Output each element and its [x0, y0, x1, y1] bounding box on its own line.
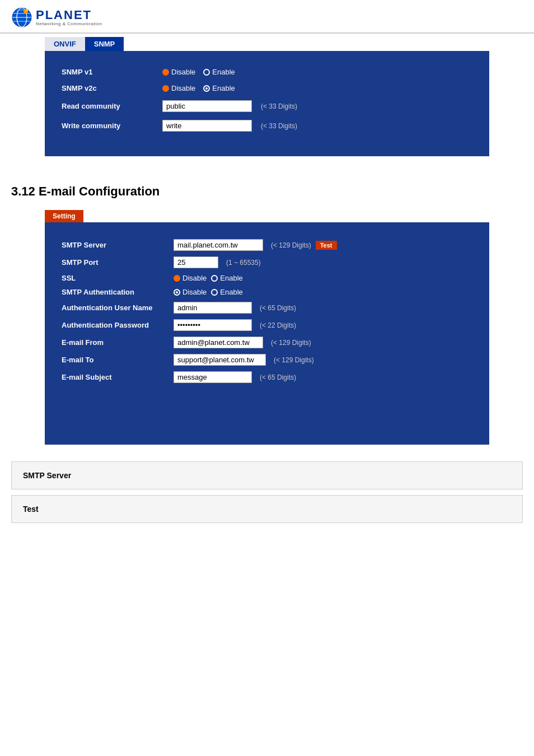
snmp-v2c-enable[interactable]: Enable [203, 84, 235, 92]
tabs-row: ONVIF SNMP [45, 37, 489, 51]
snmp-v2c-row: SNMP v2c Disable Enable [62, 84, 472, 92]
email-to-hint: (< 129 Digits) [274, 356, 314, 364]
email-subject-control: (< 65 Digits) [174, 371, 296, 383]
snmp-v2c-control: Disable Enable [162, 84, 235, 92]
smtp-auth-control: Disable Enable [174, 288, 243, 296]
email-from-control: (< 129 Digits) [174, 337, 311, 348]
email-subject-hint: (< 65 Digits) [260, 374, 296, 381]
smtp-server-info-panel: SMTP Server [11, 461, 523, 489]
email-panel-wrap: Setting SMTP Server (< 129 Digits) Test … [45, 210, 489, 445]
snmp-v1-disable[interactable]: Disable [162, 68, 195, 76]
logo-text: PLANET Networking & Communication [36, 8, 102, 27]
snmp-v1-label: SNMP v1 [62, 68, 162, 76]
smtp-port-input[interactable] [174, 256, 218, 268]
snmp-v2c-enable-dot [203, 85, 210, 92]
ssl-disable-dot [174, 275, 180, 282]
auth-password-input[interactable] [174, 319, 252, 331]
write-community-control: (< 33 Digits) [162, 120, 297, 132]
smtp-server-label: SMTP Server [62, 241, 174, 249]
smtp-server-control: (< 129 Digits) Test [174, 239, 337, 251]
auth-user-row: Authentication User Name (< 65 Digits) [62, 302, 472, 314]
auth-password-label: Authentication Password [62, 321, 174, 329]
auth-user-control: (< 65 Digits) [174, 302, 296, 314]
email-to-input[interactable] [174, 354, 266, 366]
email-from-hint: (< 129 Digits) [271, 339, 311, 347]
snmp-v1-row: SNMP v1 Disable Enable [62, 68, 472, 76]
ssl-row: SSL Disable Enable [62, 274, 472, 282]
email-subject-input[interactable] [174, 371, 252, 383]
smtp-auth-enable-dot [211, 289, 218, 296]
snmp-v2c-label: SNMP v2c [62, 84, 162, 92]
write-community-input[interactable] [162, 120, 252, 132]
email-from-label: E-mail From [62, 338, 174, 347]
company-name: PLANET [36, 8, 102, 22]
header: PLANET Networking & Communication [0, 0, 534, 34]
read-community-label: Read community [62, 102, 162, 110]
auth-user-input[interactable] [174, 302, 252, 314]
smtp-auth-row: SMTP Authentication Disable Enable [62, 288, 472, 296]
auth-password-hint: (< 22 Digits) [260, 321, 296, 329]
write-community-row: Write community (< 33 Digits) [62, 120, 472, 132]
email-to-label: E-mail To [62, 356, 174, 364]
read-community-input[interactable] [162, 100, 252, 112]
planet-logo-icon [11, 7, 32, 28]
test-info-panel: Test [11, 495, 523, 523]
auth-user-hint: (< 65 Digits) [260, 304, 296, 312]
auth-password-row: Authentication Password (< 22 Digits) [62, 319, 472, 331]
smtp-port-label: SMTP Port [62, 258, 174, 267]
setting-tab[interactable]: Setting [45, 210, 489, 222]
smtp-server-input[interactable] [174, 239, 263, 251]
smtp-auth-label: SMTP Authentication [62, 288, 174, 296]
smtp-test-button[interactable]: Test [316, 241, 337, 250]
company-tagline: Networking & Communication [36, 22, 102, 27]
smtp-auth-enable[interactable]: Enable [211, 288, 242, 296]
snmp-panel: SNMP v1 Disable Enable SNMP v2c Disable … [45, 51, 489, 156]
snmp-v1-enable-dot [203, 69, 210, 76]
ssl-enable[interactable]: Enable [211, 274, 242, 282]
read-community-row: Read community (< 33 Digits) [62, 100, 472, 112]
snmp-v1-disable-dot [162, 69, 169, 76]
snmp-v2c-disable[interactable]: Disable [162, 84, 195, 92]
ssl-label: SSL [62, 274, 174, 282]
ssl-disable[interactable]: Disable [174, 274, 207, 282]
bottom-panels: SMTP Server Test [11, 461, 523, 523]
email-to-row: E-mail To (< 129 Digits) [62, 354, 472, 366]
svg-point-6 [26, 9, 28, 11]
write-community-label: Write community [62, 122, 162, 130]
email-subject-row: E-mail Subject (< 65 Digits) [62, 371, 472, 383]
tab-snmp[interactable]: SNMP [85, 37, 124, 51]
smtp-server-info-title: SMTP Server [23, 471, 511, 480]
read-community-control: (< 33 Digits) [162, 100, 297, 112]
section-312-heading: 3.12 E-mail Configuration [11, 184, 523, 199]
snmp-v1-control: Disable Enable [162, 68, 235, 76]
email-subject-label: E-mail Subject [62, 373, 174, 381]
setting-tab-label: Setting [45, 210, 83, 222]
ssl-enable-dot [211, 275, 218, 282]
auth-password-control: (< 22 Digits) [174, 319, 296, 331]
email-panel: SMTP Server (< 129 Digits) Test SMTP Por… [45, 222, 489, 445]
smtp-port-row: SMTP Port (1 ~ 65535) [62, 256, 472, 268]
auth-user-label: Authentication User Name [62, 304, 174, 312]
email-to-control: (< 129 Digits) [174, 354, 314, 366]
smtp-auth-disable-dot [174, 289, 180, 296]
smtp-server-hint: (< 129 Digits) [271, 241, 311, 249]
snmp-v1-enable[interactable]: Enable [203, 68, 235, 76]
tab-onvif[interactable]: ONVIF [45, 37, 85, 51]
logo-area: PLANET Networking & Communication [11, 7, 102, 28]
ssl-control: Disable Enable [174, 274, 243, 282]
read-community-hint: (< 33 Digits) [261, 102, 297, 110]
smtp-port-hint: (1 ~ 65535) [226, 259, 261, 267]
smtp-auth-disable[interactable]: Disable [174, 288, 207, 296]
smtp-server-row: SMTP Server (< 129 Digits) Test [62, 239, 472, 251]
email-from-input[interactable] [174, 337, 263, 348]
email-from-row: E-mail From (< 129 Digits) [62, 337, 472, 348]
smtp-port-control: (1 ~ 65535) [174, 256, 261, 268]
snmp-v2c-disable-dot [162, 85, 169, 92]
test-info-title: Test [23, 505, 511, 514]
write-community-hint: (< 33 Digits) [261, 122, 297, 130]
